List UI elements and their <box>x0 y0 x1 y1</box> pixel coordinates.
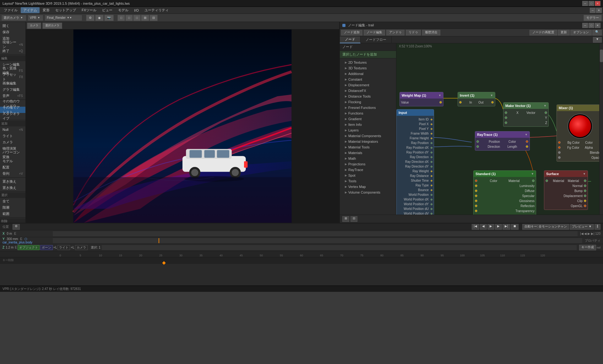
node-add-btn[interactable]: ノード追加 <box>341 30 362 35</box>
surface-material-in[interactable] <box>546 179 548 182</box>
mixer-bg-port[interactable] <box>558 141 561 144</box>
list-item-raytrace[interactable]: ▶RayTrace <box>340 167 396 173</box>
menu-setup[interactable]: セットアップ <box>53 7 79 13</box>
sidebar-new-scene[interactable]: 現場シーン +N <box>0 41 25 48</box>
toolbar-view3[interactable]: □ <box>133 15 141 21</box>
preview-dropdown[interactable]: プレビュー ▼ <box>570 224 594 230</box>
invert-in-port[interactable] <box>459 101 462 104</box>
list-item-projections[interactable]: ▶Projections <box>340 161 396 167</box>
mixer-fg-port[interactable] <box>558 146 561 149</box>
sidebar-select-hierarchy[interactable]: 階層 <box>0 204 25 211</box>
vpr-dropdown[interactable]: VPR ▼ <box>28 15 43 21</box>
node-bottom-btn2[interactable]: ⊟ <box>350 216 357 222</box>
sidebar-light[interactable]: ライト <box>0 133 25 139</box>
sidebar-place[interactable]: 配置 <box>0 164 25 170</box>
play-prev-btn[interactable]: ◀ <box>480 224 487 230</box>
list-item-flocking[interactable]: ▶Flocking <box>340 99 396 105</box>
list-item-mattools[interactable]: ▶Material Tools <box>340 144 396 150</box>
list-item-math[interactable]: ▶Math <box>340 156 396 161</box>
play-btn[interactable]: ▶ <box>487 224 494 230</box>
menu-transform[interactable]: 変形 <box>40 7 52 13</box>
invert-header[interactable]: Invert (1) ▼ <box>458 92 495 99</box>
node-history-btn[interactable]: 履歴消去 <box>422 30 440 35</box>
sidebar-powergon[interactable]: パワーゴン変換 <box>0 152 25 158</box>
toolbar-view2[interactable]: □ <box>125 15 133 21</box>
tab-node[interactable]: ノード <box>340 36 361 43</box>
node-bottom-btn1[interactable]: ⊞ <box>342 216 349 222</box>
list-item-matint[interactable]: ▶Material Integrators <box>340 139 396 144</box>
sidebar-replace1[interactable]: 置き換え <box>0 178 25 185</box>
raytrace-dir-port[interactable] <box>476 145 479 148</box>
toolbar-view5[interactable]: ⊟ <box>149 15 158 21</box>
list-item-gradient[interactable]: ▶Gradient <box>340 116 396 122</box>
mixer-opacity-port[interactable] <box>558 156 561 159</box>
tab-collapse-btn[interactable]: ▼ <box>593 37 602 43</box>
close-button[interactable]: ✕ <box>595 1 600 6</box>
menu-view[interactable]: ビュー <box>100 7 115 13</box>
menu-fxtool[interactable]: FXツール <box>79 7 99 13</box>
menu-io[interactable]: I/O <box>132 8 141 13</box>
list-item-spot[interactable]: ▶Spot <box>340 173 396 178</box>
raytrace-pos-port[interactable] <box>476 140 479 143</box>
node-search-btn[interactable]: 🔍 <box>592 30 602 35</box>
make-vector-x-port[interactable] <box>505 111 507 114</box>
invert-out-port[interactable] <box>491 101 494 104</box>
minimize-button[interactable]: ─ <box>582 1 588 6</box>
input-itemid-port[interactable] <box>431 119 432 120</box>
make-vector-z-port[interactable] <box>505 121 507 124</box>
node-canvas[interactable]: X:52 Y:103 Zoom:100% <box>396 43 603 215</box>
canvas-scrollbar-v[interactable] <box>599 43 603 215</box>
sidebar-bone-row[interactable]: 骨列 +V <box>0 170 25 177</box>
menu-close[interactable]: ✕ <box>596 8 602 13</box>
raytrace-color-port[interactable] <box>526 140 528 143</box>
list-item-functions[interactable]: ▶Functions <box>340 110 396 116</box>
input-header[interactable]: Input <box>397 110 434 116</box>
timeline-track-y[interactable] <box>53 238 582 243</box>
weight-map-header[interactable]: Weight Map (1) ▼ <box>400 92 443 99</box>
toolbar-settings[interactable]: ⚙ <box>86 15 95 21</box>
keyframe-diamond[interactable] <box>162 261 166 265</box>
node-raytrace[interactable]: RayTrace (1) ▼ Position Color Direction <box>475 131 530 151</box>
list-item-distancefx[interactable]: ▶DistanceFX <box>340 88 396 94</box>
camera-dropdown[interactable]: 選択カメラ ▼ <box>1 15 26 21</box>
play-stop-btn[interactable]: ⏹ <box>511 224 519 230</box>
make-vector-y-port[interactable] <box>505 116 507 119</box>
node-invert[interactable]: Invert (1) ▼ In Out <box>458 92 495 106</box>
list-item-fresnel[interactable]: ▶Fresnel Functions <box>340 105 396 110</box>
node-editor-maximize[interactable]: □ <box>589 23 594 28</box>
list-item-layers[interactable]: ▶Layers <box>340 127 396 133</box>
std-material-out[interactable] <box>532 179 535 182</box>
raytrace-header[interactable]: RayTrace (1) ▼ <box>475 131 530 138</box>
list-item-tools[interactable]: ▶Tools <box>340 178 396 184</box>
menu-minimize[interactable]: ─ <box>590 8 595 13</box>
sidebar-open[interactable]: 開く <box>0 23 25 29</box>
list-item-additional[interactable]: ▶Additional <box>340 71 396 77</box>
raytrace-len-port[interactable] <box>526 145 528 148</box>
sidebar-audio[interactable]: 音声 +FS <box>0 93 25 99</box>
list-item-2dtex[interactable]: ▶2D Textures <box>340 60 396 65</box>
node-standard[interactable]: Standard (1) ▼ Color Material Luminosity… <box>473 170 536 215</box>
menu-item[interactable]: アイテム <box>21 7 40 13</box>
menu-file[interactable]: ファイル <box>1 7 20 13</box>
weight-map-value-port[interactable] <box>439 101 442 104</box>
mixer-header[interactable]: Mixer (1) ▼ <box>557 105 603 111</box>
main-viewport[interactable] <box>26 29 339 223</box>
std-color-port[interactable] <box>475 179 477 182</box>
list-item-constant[interactable]: ▶Constant <box>340 77 396 82</box>
make-vector-header[interactable]: Make Vector (1) ▼ <box>503 103 548 109</box>
node-rearrange-btn[interactable]: ノードの再配置 <box>530 30 557 35</box>
list-item-volumecomp[interactable]: ▶Volume Components <box>340 190 396 195</box>
list-item-materials[interactable]: ▶Materials <box>340 150 396 156</box>
sidebar-camera[interactable]: カメラ <box>0 139 25 145</box>
viewport-type-btn[interactable]: カメラ <box>27 23 41 29</box>
sidebar-select-range[interactable]: 範囲 <box>0 211 25 217</box>
node-make-vector[interactable]: Make Vector (1) ▼ X Vector Y <box>503 102 549 127</box>
pause-btn[interactable]: ‖ <box>595 224 600 230</box>
sidebar-preset[interactable]: プリセット F8 <box>0 74 25 80</box>
play-start-btn[interactable]: |◀ <box>472 224 480 230</box>
list-item-vertexmap[interactable]: ▶Vertex Map <box>340 184 396 190</box>
list-item-distancetools[interactable]: ▶Distance Tools <box>340 94 396 99</box>
toolbar-view1[interactable]: □ <box>117 15 125 21</box>
viewport-shade-btn[interactable]: 選択カメラ <box>42 23 62 29</box>
node-input[interactable]: Input Item ID Pixel X Pixel Y Frame Widt… <box>396 109 434 215</box>
